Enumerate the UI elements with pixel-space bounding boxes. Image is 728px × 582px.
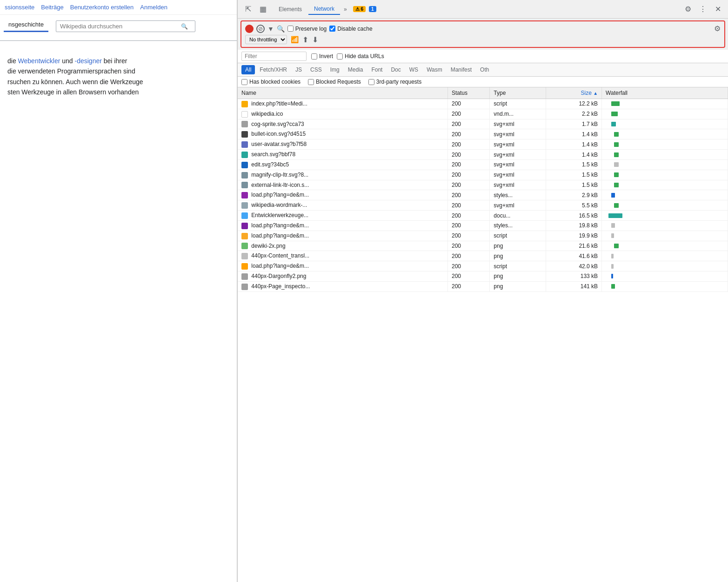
type-all[interactable]: All (241, 65, 255, 74)
upload-icon[interactable]: ⬆ (302, 35, 308, 44)
search-input[interactable] (60, 23, 181, 30)
table-row[interactable]: index.php?title=Medi... 200 script 12.2 … (238, 99, 728, 109)
third-party-checkbox[interactable] (368, 79, 374, 85)
row-icon (241, 253, 248, 259)
type-media[interactable]: Media (344, 65, 367, 74)
type-css[interactable]: CSS (307, 65, 326, 74)
type-other[interactable]: Oth (476, 65, 493, 74)
device-icon[interactable]: ▦ (256, 3, 269, 16)
table-row[interactable]: 440px-Content_transl... 200 png 41.6 kB (238, 251, 728, 261)
preserve-log-label[interactable]: Preserve log (287, 26, 327, 32)
filter-icon[interactable]: ▼ (267, 25, 274, 33)
table-row[interactable]: cog-sprite.svg?cca73 200 svg+xml 1.7 kB (238, 119, 728, 129)
link-webentwickler[interactable]: Webentwickler (18, 57, 60, 65)
cell-type: svg+xml (490, 159, 546, 170)
hide-data-urls-label[interactable]: Hide data URLs (337, 53, 384, 60)
table-row[interactable]: wikipedia.ico 200 vnd.m... 2.2 kB (238, 109, 728, 119)
table-row[interactable]: search.svg?bbf78 200 svg+xml 1.4 kB (238, 150, 728, 160)
table-row[interactable]: dewiki-2x.png 200 png 21.6 kB (238, 241, 728, 251)
type-doc[interactable]: Doc (387, 65, 404, 74)
nav-link-beitraege[interactable]: Beiträge (41, 4, 63, 11)
third-party-label[interactable]: 3rd-party requests (368, 79, 421, 85)
network-toolbar: ⊘ ▼ 🔍 Preserve log Disable cache ⚙ No th… (240, 20, 725, 48)
has-blocked-cookies-checkbox[interactable] (241, 79, 247, 85)
search-network-icon[interactable]: 🔍 (277, 25, 285, 33)
table-row[interactable]: external-link-ltr-icon.s... 200 svg+xml … (238, 180, 728, 190)
text-line3: rsuchen zu können. Auch wenn die Werkzeu… (7, 77, 229, 87)
table-row[interactable]: load.php?lang=de&m... 200 script 42.0 kB (238, 261, 728, 271)
col-header-size[interactable]: Size ▲ (546, 87, 601, 99)
cell-name: edit.svg?34bc5 (238, 159, 448, 170)
clear-button[interactable]: ⊘ (256, 25, 265, 33)
table-row[interactable]: 440px-Dargonfly2.png 200 png 133 kB (238, 271, 728, 282)
tab-more[interactable]: » (341, 4, 350, 14)
type-fetch-xhr[interactable]: Fetch/XHR (256, 65, 291, 74)
blocked-requests-checkbox[interactable] (308, 79, 314, 85)
invert-checkbox[interactable] (311, 53, 317, 60)
cell-size: 21.6 kB (546, 241, 601, 251)
invert-label[interactable]: Invert (311, 53, 333, 60)
row-icon (241, 202, 248, 209)
table-row[interactable]: load.php?lang=de&m... 200 styles... 19.8… (238, 220, 728, 231)
filter-input-container[interactable] (241, 52, 307, 61)
table-row[interactable]: user-avatar.svg?b7f58 200 svg+xml 1.4 kB (238, 139, 728, 150)
type-wasm[interactable]: Wasm (423, 65, 446, 74)
type-img[interactable]: Img (327, 65, 343, 74)
nav-link-sessions[interactable]: ssionsseite (5, 4, 34, 11)
cell-name: 440px-Content_transl... (238, 251, 448, 261)
cell-status: 200 (448, 271, 490, 282)
row-icon (241, 162, 248, 168)
nav-link-anmelden[interactable]: Anmelden (140, 4, 167, 11)
cell-name: load.php?lang=de&m... (238, 261, 448, 271)
wifi-icon: 📶 (291, 36, 299, 43)
col-header-waterfall[interactable]: Waterfall (602, 87, 728, 99)
tab-history[interactable]: nsgeschichte (4, 18, 48, 32)
col-header-status[interactable]: Status (448, 87, 490, 99)
filter-input[interactable] (245, 53, 291, 60)
blocked-requests-label[interactable]: Blocked Requests (308, 79, 361, 85)
type-ws[interactable]: WS (406, 65, 422, 74)
cell-size: 19.9 kB (546, 231, 601, 241)
type-font[interactable]: Font (367, 65, 386, 74)
link-designer[interactable]: -designer (75, 57, 102, 65)
network-settings-icon[interactable]: ⚙ (714, 24, 721, 33)
record-button[interactable] (245, 25, 254, 33)
cell-name-text: search.svg?bbf78 (251, 151, 295, 158)
type-js[interactable]: JS (292, 65, 306, 74)
hide-data-urls-checkbox[interactable] (337, 53, 343, 60)
has-blocked-cookies-label[interactable]: Has blocked cookies (241, 79, 301, 85)
table-row[interactable]: 440px-Page_inspecto... 200 png 141 kB (238, 281, 728, 291)
table-row[interactable]: wikipedia-wordmark-... 200 svg+xml 5.5 k… (238, 200, 728, 211)
cell-type: svg+xml (490, 139, 546, 150)
cell-size: 19.8 kB (546, 220, 601, 231)
network-table[interactable]: Name Status Type Size ▲ Waterfall index.… (238, 87, 728, 582)
row-icon (241, 223, 248, 229)
disable-cache-label[interactable]: Disable cache (329, 26, 372, 32)
col-header-type[interactable]: Type (490, 87, 546, 99)
cell-type: script (490, 99, 546, 109)
settings-icon[interactable]: ⚙ (681, 3, 695, 16)
table-row[interactable]: load.php?lang=de&m... 200 styles... 2.9 … (238, 190, 728, 200)
table-row[interactable]: Entwicklerwerkzeuge... 200 docu... 16.5 … (238, 211, 728, 221)
preserve-log-checkbox[interactable] (287, 26, 294, 32)
nav-link-benutzerkonto[interactable]: Benutzerkonto erstellen (70, 4, 134, 11)
more-options-icon[interactable]: ⋮ (696, 3, 709, 16)
table-row[interactable]: magnify-clip-ltr.svg?8... 200 svg+xml 1.… (238, 170, 728, 180)
table-row[interactable]: load.php?lang=de&m... 200 script 19.9 kB (238, 231, 728, 241)
table-row[interactable]: edit.svg?34bc5 200 svg+xml 1.5 kB (238, 159, 728, 170)
col-header-name[interactable]: Name (238, 87, 448, 99)
search-bar[interactable]: 🔍 (56, 20, 195, 32)
type-manifest[interactable]: Manifest (447, 65, 475, 74)
cell-type: styles... (490, 190, 546, 200)
close-icon[interactable]: ✕ (711, 3, 724, 16)
download-icon[interactable]: ⬇ (312, 35, 318, 44)
disable-cache-checkbox[interactable] (329, 26, 335, 32)
toolbar-row2: No throttling 📶 ⬆ ⬇ (243, 34, 722, 45)
cell-name-text: edit.svg?34bc5 (251, 161, 289, 168)
tab-network[interactable]: Network (308, 4, 340, 15)
throttle-select[interactable]: No throttling (245, 35, 287, 44)
table-row[interactable]: bullet-icon.svg?d4515 200 svg+xml 1.4 kB (238, 129, 728, 139)
cell-type: svg+xml (490, 170, 546, 180)
inspector-icon[interactable]: ⇱ (241, 3, 254, 16)
tab-elements[interactable]: Elements (273, 4, 307, 14)
